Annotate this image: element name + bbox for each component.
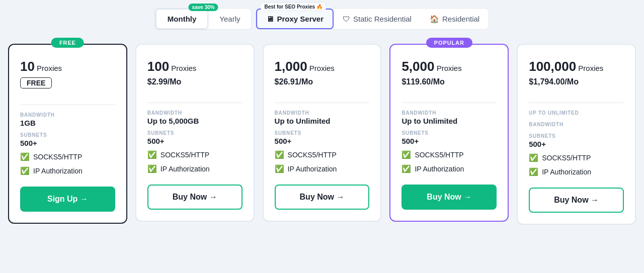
check-icon: ✅ — [529, 167, 538, 176]
feature-label: IP Authorization — [542, 168, 591, 176]
tab-proxy-server[interactable]: 🖥 Proxy Server — [256, 9, 334, 29]
yearly-tab[interactable]: Yearly — [208, 10, 251, 28]
card-badge-plan-5000: POPULAR — [426, 38, 472, 48]
check-icon: ✅ — [275, 164, 284, 173]
billing-tab-group: save 30% Monthly Yearly — [155, 8, 252, 30]
card-proxies-free: 10 Proxies — [20, 59, 115, 74]
feature-plan-100: ✅ SOCKS5/HTTP — [147, 150, 243, 159]
check-icon: ✅ — [20, 152, 30, 161]
card-price-free: FREE — [20, 77, 115, 88]
feature-free: ✅ SOCKS5/HTTP — [20, 152, 115, 161]
cards-row: FREE 10 Proxies FREE BANDWIDTH 1GBSUBNET… — [8, 44, 636, 225]
save-badge: save 30% — [189, 4, 218, 11]
check-icon: ✅ — [275, 150, 284, 159]
pricing-card-plan-1000: 1,000 Proxies $26.91/MoBANDWIDTH Up to U… — [263, 44, 382, 222]
subnets-value-plan-5000: 500+ — [401, 137, 497, 145]
feature-plan-1000: ✅ IP Authorization — [275, 164, 370, 173]
bandwidth-value-label-plan-100000: Up to Unlimited — [529, 110, 624, 116]
cta-button-plan-5000[interactable]: Buy Now → — [401, 185, 497, 210]
feature-label: SOCKS5/HTTP — [160, 151, 209, 159]
cta-button-plan-100[interactable]: Buy Now → — [147, 185, 243, 210]
feature-label: IP Authorization — [160, 165, 210, 173]
proxy-server-label: Proxy Server — [277, 15, 324, 23]
residential-label: Residential — [442, 15, 479, 23]
feature-label: SOCKS5/HTTP — [542, 154, 591, 162]
card-proxies-plan-5000: 5,000 Proxies — [401, 59, 497, 74]
check-icon: ✅ — [20, 166, 30, 175]
card-price-plan-100000: $1,794.00/Mo — [529, 77, 624, 86]
card-badge-free: FREE — [51, 38, 84, 48]
card-price-plan-5000: $119.60/Mo — [401, 77, 497, 86]
tab-bar: save 30% Monthly Yearly Best for SEO Pro… — [155, 8, 489, 30]
bandwidth-label-plan-5000: BANDWIDTH — [401, 110, 497, 116]
check-icon: ✅ — [529, 153, 538, 162]
proxies-count-plan-5000: 5,000 — [401, 59, 434, 74]
cta-button-plan-1000[interactable]: Buy Now → — [275, 185, 370, 210]
feature-plan-100000: ✅ IP Authorization — [529, 167, 624, 176]
monthly-tab[interactable]: Monthly — [155, 9, 209, 29]
residential-icon: 🏠 — [430, 15, 439, 24]
cta-button-free[interactable]: Sign Up → — [20, 187, 115, 212]
card-proxies-plan-1000: 1,000 Proxies — [275, 59, 370, 74]
bandwidth-label-plan-1000: BANDWIDTH — [275, 110, 370, 116]
pricing-card-plan-5000: POPULAR 5,000 Proxies $119.60/MoBANDWIDT… — [389, 44, 509, 222]
subnets-value-free: 500+ — [20, 139, 115, 147]
feature-label: IP Authorization — [288, 165, 337, 173]
feature-label: SOCKS5/HTTP — [415, 151, 463, 159]
subnets-label-plan-5000: SUBNETS — [401, 130, 497, 136]
type-tab-group: Best for SEO Proxies 🔥 🖥 Proxy Server 🛡 … — [256, 8, 489, 30]
card-btn-area-plan-100000: Buy Now → — [529, 176, 624, 213]
bandwidth-value-plan-1000: Up to Unlimited — [275, 117, 370, 125]
proxies-count-free: 10 — [20, 59, 35, 74]
subnets-label-plan-1000: SUBNETS — [275, 130, 370, 136]
bandwidth-value-plan-5000: Up to Unlimited — [401, 117, 497, 125]
card-price-plan-100: $2.99/Mo — [147, 77, 243, 86]
feature-free: ✅ IP Authorization — [20, 166, 115, 175]
check-icon: ✅ — [147, 150, 157, 159]
subnets-value-plan-1000: 500+ — [275, 137, 370, 145]
divider-plan-100 — [147, 103, 243, 103]
tab-residential[interactable]: 🏠 Residential — [421, 10, 489, 29]
subnets-label-plan-100000: SUBNETS — [529, 133, 624, 139]
card-proxies-plan-100: 100 Proxies — [147, 59, 243, 74]
card-btn-area-plan-5000: Buy Now → — [401, 173, 497, 210]
proxies-count-plan-1000: 1,000 — [275, 59, 307, 74]
static-residential-icon: 🛡 — [343, 15, 350, 23]
cta-button-plan-100000[interactable]: Buy Now → — [529, 188, 624, 213]
proxies-count-plan-100: 100 — [147, 59, 169, 74]
feature-label: IP Authorization — [415, 165, 464, 173]
feature-label: SOCKS5/HTTP — [288, 151, 337, 159]
bandwidth-value-plan-100: Up to 5,000GB — [147, 117, 243, 125]
divider-plan-5000 — [401, 103, 497, 103]
card-proxies-plan-100000: 100,000 Proxies — [529, 59, 624, 74]
check-icon: ✅ — [147, 164, 157, 173]
free-tag: FREE — [20, 77, 52, 88]
bandwidth-label-free: BANDWIDTH — [20, 112, 115, 118]
seo-badge: Best for SEO Proxies 🔥 — [260, 3, 326, 11]
divider-plan-100000 — [529, 103, 624, 103]
card-price-plan-1000: $26.91/Mo — [275, 77, 370, 86]
feature-plan-100: ✅ IP Authorization — [147, 164, 243, 173]
feature-plan-100000: ✅ SOCKS5/HTTP — [529, 153, 624, 162]
proxy-server-icon: 🖥 — [266, 15, 274, 23]
check-icon: ✅ — [401, 164, 411, 173]
subnets-label-plan-100: SUBNETS — [147, 130, 243, 136]
pricing-card-free: FREE 10 Proxies FREE BANDWIDTH 1GBSUBNET… — [8, 44, 127, 224]
proxies-count-plan-100000: 100,000 — [529, 59, 576, 74]
bandwidth-label-plan-100000: BANDWIDTH — [529, 122, 624, 127]
static-residential-label: Static Residential — [353, 15, 412, 23]
feature-label: SOCKS5/HTTP — [33, 153, 82, 161]
feature-plan-5000: ✅ SOCKS5/HTTP — [401, 150, 497, 159]
bandwidth-value-free: 1GB — [20, 119, 115, 127]
card-btn-area-free: Sign Up → — [20, 175, 115, 212]
card-btn-area-plan-1000: Buy Now → — [275, 173, 370, 210]
subnets-value-plan-100000: 500+ — [529, 140, 624, 148]
pricing-card-plan-100: 100 Proxies $2.99/MoBANDWIDTH Up to 5,00… — [135, 44, 255, 222]
bandwidth-label-plan-100: BANDWIDTH — [147, 110, 243, 116]
tab-static-residential[interactable]: 🛡 Static Residential — [334, 10, 421, 28]
divider-free — [20, 105, 115, 105]
feature-plan-1000: ✅ SOCKS5/HTTP — [275, 150, 370, 159]
pricing-card-plan-100000: 100,000 Proxies $1,794.00/MoUp to Unlimi… — [517, 44, 636, 225]
check-icon: ✅ — [401, 150, 411, 159]
feature-label: IP Authorization — [33, 167, 83, 175]
